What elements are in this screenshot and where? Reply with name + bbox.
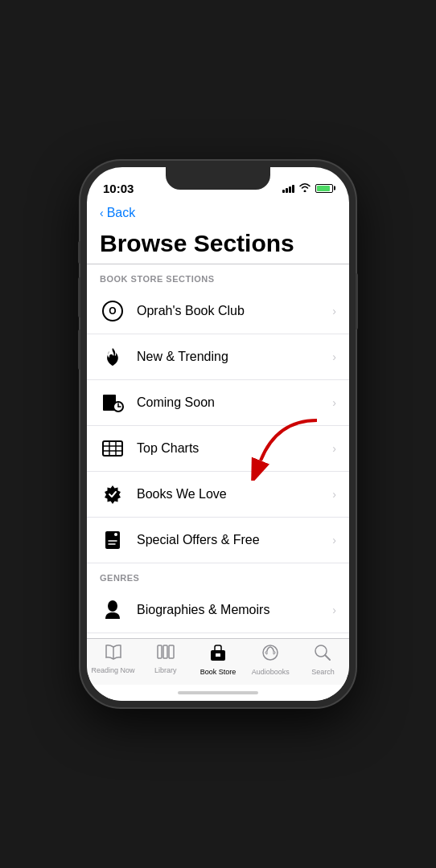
book-store-tab-label: Book Store <box>200 668 237 676</box>
tab-reading-now[interactable]: Reading Now <box>87 644 139 674</box>
back-label: Back <box>107 206 136 220</box>
library-label: Library <box>154 666 177 674</box>
volume-up-button <box>78 277 80 317</box>
audiobooks-icon <box>261 644 279 666</box>
status-icons <box>282 182 333 194</box>
wifi-icon <box>298 182 311 194</box>
list-item-oprahs-book-club[interactable]: O Oprah's Book Club › <box>87 289 349 334</box>
library-icon <box>156 644 175 665</box>
books-we-love-label: Books We Love <box>137 487 332 502</box>
page-title: Browse Sections <box>87 227 349 264</box>
new-trending-label: New & Trending <box>137 350 332 364</box>
list-item-new-trending[interactable]: New & Trending › <box>87 334 349 380</box>
biography-icon <box>100 597 125 623</box>
svg-rect-19 <box>158 645 162 658</box>
phone-screen: 10:03 <box>87 167 349 701</box>
phone-frame: 10:03 <box>80 161 356 707</box>
flame-icon <box>100 344 125 370</box>
svg-point-9 <box>114 533 117 536</box>
mute-button <box>78 241 80 264</box>
chevron-icon: › <box>332 488 336 501</box>
oprah-icon: O <box>100 298 125 324</box>
list-item-special-offers[interactable]: Special Offers & Free › <box>87 518 349 563</box>
book-store-icon <box>209 644 227 666</box>
list-item-books-we-love[interactable]: Books We Love › <box>87 472 349 518</box>
tag-icon <box>100 527 125 553</box>
list-item-biographies[interactable]: Biographies & Memoirs › <box>87 588 349 633</box>
top-charts-label: Top Charts <box>137 441 332 456</box>
content-area: ‹ Back Browse Sections BOOK STORE SECTIO… <box>87 203 349 701</box>
tab-audiobooks[interactable]: Audiobooks <box>245 644 297 676</box>
scroll-area[interactable]: BOOK STORE SECTIONS O Oprah's Book Club … <box>87 264 349 639</box>
home-indicator <box>87 685 349 701</box>
chevron-icon: › <box>332 604 336 616</box>
list-item-top-charts[interactable]: Top Charts › <box>87 426 349 472</box>
back-button[interactable]: ‹ Back <box>100 206 336 220</box>
svg-line-26 <box>325 655 330 660</box>
status-time: 10:03 <box>103 182 134 195</box>
tab-bar: Reading Now Library <box>87 638 349 685</box>
search-icon <box>314 644 331 666</box>
audiobooks-label: Audiobooks <box>252 668 290 676</box>
chevron-icon: › <box>332 305 336 317</box>
search-label: Search <box>311 668 335 676</box>
battery-icon <box>315 184 333 193</box>
list-item-coming-soon[interactable]: Coming Soon › <box>87 380 349 426</box>
power-button <box>356 273 358 330</box>
section-header-bookstore: BOOK STORE SECTIONS <box>87 264 349 289</box>
chevron-icon: › <box>332 350 336 363</box>
svg-rect-21 <box>169 645 174 658</box>
biographies-label: Biographies & Memoirs <box>137 603 332 617</box>
special-offers-label: Special Offers & Free <box>137 533 332 547</box>
signal-icon <box>282 183 294 193</box>
back-chevron-icon: ‹ <box>100 207 104 219</box>
svg-rect-4 <box>103 441 122 456</box>
chevron-icon: › <box>332 442 336 455</box>
oprahs-book-club-label: Oprah's Book Club <box>137 304 332 318</box>
chevron-icon: › <box>332 396 336 409</box>
notch <box>166 167 270 190</box>
tab-book-store[interactable]: Book Store <box>191 644 244 676</box>
chevron-icon: › <box>332 534 336 547</box>
volume-down-button <box>78 330 80 370</box>
badge-check-icon <box>100 481 125 507</box>
tab-library[interactable]: Library <box>139 644 191 674</box>
tab-search[interactable]: Search <box>297 644 349 676</box>
home-bar <box>178 691 258 694</box>
svg-rect-23 <box>216 653 220 657</box>
section-header-genres: GENRES <box>87 563 349 588</box>
battery-fill <box>317 186 330 191</box>
reading-now-icon <box>104 644 123 665</box>
reading-now-label: Reading Now <box>92 666 135 674</box>
coming-soon-label: Coming Soon <box>137 395 332 410</box>
coming-soon-icon <box>100 390 125 416</box>
nav-bar: ‹ Back <box>87 203 349 227</box>
svg-rect-20 <box>163 645 167 658</box>
svg-point-12 <box>108 600 117 612</box>
top-charts-icon <box>100 436 125 461</box>
